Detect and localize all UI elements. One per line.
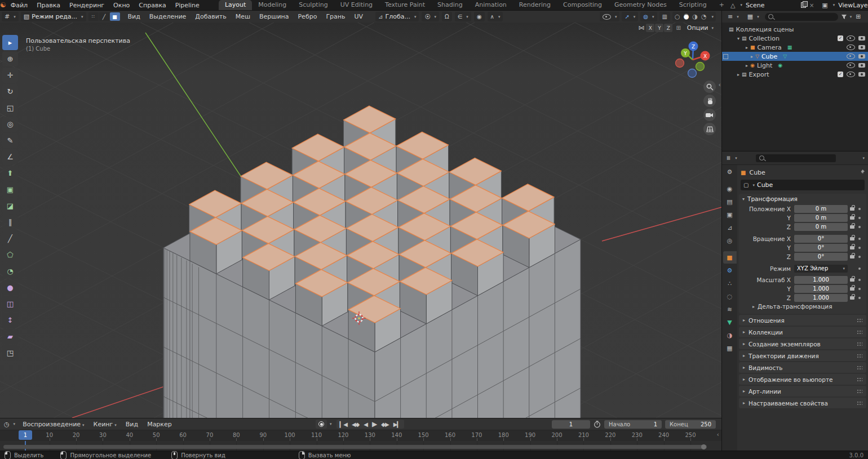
- outliner-search[interactable]: [765, 13, 838, 21]
- next-keyframe-button[interactable]: ◆▶: [379, 421, 391, 427]
- new-collection-icon[interactable]: ⊞: [856, 14, 861, 20]
- jump-end-button[interactable]: ▶▎: [391, 421, 403, 427]
- viewport-menu-add[interactable]: Добавить: [191, 13, 231, 20]
- show-gizmo-toggle[interactable]: ➚▾: [622, 12, 638, 21]
- pan-button[interactable]: [703, 95, 716, 107]
- tool-edge-slide[interactable]: ◫: [2, 296, 18, 311]
- menu-help[interactable]: Справка: [134, 2, 170, 9]
- workspace-tab-compositing[interactable]: Compositing: [557, 0, 608, 10]
- select-mode-vertex-button[interactable]: ∷: [88, 12, 99, 21]
- panel-divider-horizontal[interactable]: [722, 151, 868, 151]
- panel-drag-handle[interactable]: [857, 366, 862, 370]
- properties-tab-scene[interactable]: ⊿: [723, 221, 737, 234]
- use-preview-range-icon[interactable]: [594, 421, 601, 428]
- properties-tab-view-layer[interactable]: ▣: [723, 208, 737, 221]
- options-dropdown[interactable]: Опции: [687, 24, 708, 32]
- panel-drag-handle[interactable]: [857, 342, 862, 346]
- viewport-3d[interactable]: Пользовательская перспектива (1) Cube ▸⊕…: [0, 23, 721, 418]
- blender-logo-icon[interactable]: ☯: [0, 1, 6, 9]
- play-button[interactable]: ▶: [370, 420, 379, 428]
- shading-wireframe-button[interactable]: ○: [675, 14, 680, 20]
- tool-poly-build[interactable]: ⬠: [2, 247, 18, 262]
- pin-icon[interactable]: [860, 169, 866, 176]
- panel-8[interactable]: ▸Настраиваемые свойства: [739, 398, 866, 408]
- outliner-row-light[interactable]: ▸◉Light◉: [722, 61, 868, 70]
- show-overlays-toggle[interactable]: ◍▾: [640, 12, 657, 21]
- disable-in-renders-icon[interactable]: [858, 54, 865, 59]
- tool-move[interactable]: ✛: [2, 68, 18, 83]
- collection-checkbox[interactable]: ✓: [838, 35, 843, 41]
- workspace-tab-modeling[interactable]: Modeling: [252, 0, 293, 10]
- tool-rip-region[interactable]: ◳: [2, 345, 18, 360]
- animate-dot[interactable]: [858, 226, 861, 228]
- panel-divider-vertical[interactable]: [721, 10, 722, 451]
- panel-drag-handle[interactable]: [857, 401, 862, 405]
- timeline-menu-view[interactable]: Вид: [121, 421, 143, 428]
- viewport-menu-mesh[interactable]: Меш: [231, 13, 255, 20]
- proportional-falloff-selector[interactable]: ∧▾: [488, 12, 503, 21]
- show-object-types-selector[interactable]: ▾: [600, 12, 620, 21]
- panel-drag-handle[interactable]: [857, 354, 862, 358]
- lock-icon[interactable]: [850, 296, 854, 300]
- panel-5[interactable]: ▸Видимость: [739, 362, 866, 373]
- panel-6[interactable]: ▸Отображение во вьюпорте: [739, 374, 866, 385]
- scene-canvas[interactable]: [0, 23, 721, 418]
- jump-start-button[interactable]: ▎◀: [338, 421, 349, 427]
- delta-transform-panel[interactable]: ▸ Дельта-трансформация: [739, 302, 866, 311]
- panel-4[interactable]: ▸Траектории движения: [739, 350, 866, 361]
- properties-tab-tool[interactable]: ⚙: [723, 166, 737, 178]
- scene-delete-icon[interactable]: ×: [809, 2, 814, 8]
- panel-drag-handle[interactable]: [857, 377, 862, 382]
- hide-in-viewport-icon[interactable]: [847, 44, 855, 50]
- disclosure-triangle[interactable]: ▸: [751, 54, 753, 59]
- select-mode-face-button[interactable]: ■: [110, 12, 120, 21]
- shading-material-button[interactable]: ◑: [692, 14, 698, 20]
- timeline-ruler[interactable]: 1020304050607080901001101201301401501601…: [0, 430, 721, 441]
- tool-extrude-region[interactable]: ⬆: [2, 166, 18, 181]
- disclosure-triangle[interactable]: ▾: [737, 36, 739, 41]
- workspace-tab-sculpting[interactable]: Sculpting: [293, 0, 334, 10]
- transform-value-field[interactable]: 1.000: [794, 294, 848, 302]
- outliner-row-export[interactable]: ▸▤Export✓: [722, 70, 868, 79]
- timeline-menu-playback[interactable]: Воспроизведение▾: [18, 421, 88, 428]
- animate-dot[interactable]: [858, 217, 861, 219]
- scene-dropdown-arrow[interactable]: ▾: [740, 3, 742, 7]
- tool-inset-faces[interactable]: ▣: [2, 182, 18, 197]
- animate-dot[interactable]: [858, 279, 861, 281]
- menu-render[interactable]: Рендеринг: [65, 2, 109, 9]
- tool-measure[interactable]: ∠: [2, 149, 18, 164]
- properties-tab-object[interactable]: ■: [723, 251, 737, 264]
- outliner-display-mode[interactable]: ▦▾: [745, 12, 762, 21]
- menu-edit[interactable]: Правка: [32, 2, 65, 9]
- transform-value-field[interactable]: 0 m: [794, 205, 848, 213]
- tool-shrink-fatten[interactable]: ↕: [2, 313, 18, 328]
- scene-name[interactable]: Scene: [746, 2, 798, 9]
- properties-options-arrow[interactable]: ▾: [862, 156, 865, 161]
- prev-keyframe-button[interactable]: ◀◆: [349, 421, 361, 427]
- animate-dot[interactable]: [858, 247, 861, 249]
- properties-tab-particles[interactable]: ∴: [723, 277, 737, 289]
- keying-set-arrow[interactable]: ▾: [330, 422, 332, 426]
- properties-tab-texture[interactable]: ▦: [723, 342, 737, 354]
- lock-icon[interactable]: [850, 225, 854, 229]
- workspace-tab-geometry-nodes[interactable]: Geometry Nodes: [608, 0, 673, 10]
- lock-icon[interactable]: [850, 278, 854, 282]
- lock-icon[interactable]: [850, 287, 854, 291]
- tool-transform[interactable]: ◎: [2, 117, 18, 132]
- timeline-menu-marker[interactable]: Маркер: [143, 421, 176, 428]
- outliner-row-cube[interactable]: ▸▽Cube▽: [722, 52, 868, 61]
- properties-tab-output[interactable]: ▤: [723, 195, 737, 208]
- current-frame-field[interactable]: 1: [552, 420, 590, 429]
- options-dropdown-arrow[interactable]: ▾: [711, 26, 714, 30]
- outliner-filter[interactable]: ▾: [841, 14, 852, 20]
- panel-2[interactable]: ▸Коллекции: [739, 327, 866, 337]
- view-layer-name[interactable]: ViewLayer: [838, 2, 868, 9]
- properties-tab-physics[interactable]: ◌: [723, 290, 737, 302]
- lock-icon[interactable]: [850, 246, 854, 249]
- snap-toggle[interactable]: Ω: [442, 12, 452, 21]
- menu-pipeline[interactable]: Pipeline: [171, 2, 204, 9]
- disable-in-renders-icon[interactable]: [858, 72, 865, 77]
- sidebar-collapse-arrow[interactable]: ‹: [719, 81, 721, 88]
- panel-drag-handle[interactable]: [857, 330, 862, 335]
- viewport-menu-vertex[interactable]: Вершина: [255, 13, 293, 20]
